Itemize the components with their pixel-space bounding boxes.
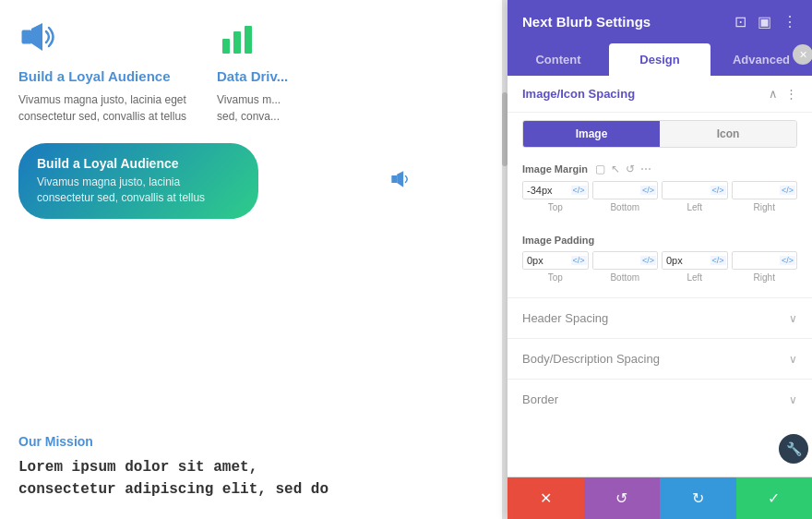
padding-top-group: </> Top (522, 251, 589, 283)
panel-footer: ✕ ↺ ↻ ✓ (508, 477, 812, 519)
collapse-icon[interactable]: ∧ (769, 87, 778, 101)
section-header-icons: ∧ ⋮ (769, 87, 797, 101)
header-spacing-chevron: ∨ (789, 312, 797, 325)
margin-reset-icon[interactable]: ↺ (626, 163, 635, 175)
svg-rect-1 (222, 39, 230, 54)
undo-button[interactable]: ↺ (584, 477, 661, 519)
padding-left-input-row: </> (662, 251, 728, 270)
margin-top-label: Top (548, 202, 563, 212)
margin-bottom-group: </> Bottom (592, 181, 659, 212)
margin-right-link[interactable]: </> (780, 186, 795, 195)
margin-right-input[interactable] (733, 182, 781, 199)
tab-design[interactable]: Design (609, 43, 710, 76)
padding-right-group: </> Right (732, 251, 798, 283)
image-icon-spacing-header: Image/Icon Spacing ∧ ⋮ (508, 76, 812, 113)
split-icon[interactable]: ▣ (758, 13, 771, 30)
tooltip-speaker-icon (389, 166, 415, 196)
margin-left-link[interactable]: </> (710, 186, 726, 195)
margin-bottom-label: Bottom (610, 202, 639, 212)
image-margin-inputs: </> Top </> Bottom </> Left (522, 181, 797, 212)
blurb-title-2: Data Driv... (217, 68, 397, 84)
panel-header: Next Blurb Settings ⊡ ▣ ⋮ (508, 0, 812, 43)
svg-rect-3 (245, 26, 252, 54)
svg-rect-0 (22, 30, 31, 43)
image-padding-label: Image Padding (522, 235, 797, 246)
blurb-tooltip: Build a Loyal Audience Vivamus magna jus… (18, 143, 397, 219)
padding-top-label: Top (548, 272, 563, 283)
blurb-cards-row: Build a Loyal Audience Vivamus magna jus… (18, 18, 397, 125)
blurb-text-1: Vivamus magna justo, lacinia eget consec… (18, 91, 198, 125)
settings-panel: Next Blurb Settings ⊡ ▣ ⋮ Content Design… (508, 0, 812, 519)
svg-rect-2 (233, 31, 241, 54)
blurb-card-1: Build a Loyal Audience Vivamus magna jus… (18, 18, 198, 125)
body-spacing-section[interactable]: Body/Description Spacing ∨ (508, 338, 812, 379)
redo-icon: ↻ (692, 489, 704, 507)
padding-left-input[interactable] (663, 252, 710, 269)
body-spacing-chevron: ∨ (789, 353, 797, 366)
border-title: Border (522, 392, 558, 406)
more-icon[interactable]: ⋮ (782, 13, 797, 30)
image-margin-label: Image Margin ▢ ↖ ↺ ⋯ (522, 163, 797, 175)
save-button[interactable]: ✓ (736, 477, 813, 519)
margin-more-icon[interactable]: ⋯ (640, 163, 651, 175)
image-margin-group: Image Margin ▢ ↖ ↺ ⋯ </> Top (508, 155, 812, 227)
margin-bottom-link[interactable]: </> (640, 186, 656, 195)
panel-body: Image/Icon Spacing ∧ ⋮ Image Icon Image … (508, 76, 812, 477)
padding-left-link[interactable]: </> (710, 256, 726, 265)
padding-bottom-input-row: </> (592, 251, 659, 270)
margin-box-icon[interactable]: ▢ (595, 163, 605, 175)
image-padding-inputs: </> Top </> Bottom </> Left (522, 251, 797, 283)
image-margin-label-text: Image Margin (522, 163, 588, 175)
image-icon-spacing-title: Image/Icon Spacing (522, 87, 635, 101)
expand-icon[interactable]: ⊡ (734, 13, 746, 30)
image-icon-subtabs: Image Icon (522, 120, 797, 148)
mission-title: Our Mission (18, 434, 328, 449)
margin-bottom-input-row: </> (592, 181, 659, 199)
header-spacing-section[interactable]: Header Spacing ∨ (508, 297, 812, 338)
tab-content[interactable]: Content (508, 43, 609, 76)
margin-top-input-row: </> (522, 181, 589, 199)
border-section[interactable]: Border ∨ (508, 379, 812, 419)
padding-top-link[interactable]: </> (571, 256, 587, 265)
padding-right-input-row: </> (732, 251, 798, 270)
section-more-icon[interactable]: ⋮ (785, 87, 797, 101)
blurb-icon-2 (217, 18, 397, 59)
margin-right-input-row: </> (732, 181, 798, 199)
margin-icon-row: ▢ ↖ ↺ ⋯ (595, 163, 651, 175)
padding-bottom-group: </> Bottom (592, 251, 659, 283)
image-padding-group: Image Padding </> Top </> Bottom (508, 227, 812, 297)
blurb-title-1: Build a Loyal Audience (18, 68, 198, 84)
padding-right-link[interactable]: </> (780, 256, 795, 265)
margin-left-input[interactable] (663, 182, 710, 199)
image-padding-label-text: Image Padding (522, 235, 594, 246)
close-button[interactable]: ✕ (793, 44, 812, 65)
margin-cursor-icon[interactable]: ↖ (611, 163, 620, 175)
padding-top-input[interactable] (523, 252, 571, 269)
redo-button[interactable]: ↻ (660, 477, 736, 519)
margin-bottom-input[interactable] (593, 182, 641, 199)
padding-bottom-link[interactable]: </> (640, 256, 656, 265)
padding-right-input[interactable] (733, 252, 781, 269)
padding-bottom-input[interactable] (593, 252, 641, 269)
save-icon: ✓ (768, 489, 780, 507)
margin-left-input-row: </> (662, 181, 728, 199)
border-chevron: ∨ (789, 393, 797, 406)
body-spacing-title: Body/Description Spacing (522, 352, 660, 366)
margin-top-group: </> Top (522, 181, 589, 212)
margin-left-label: Left (687, 202, 702, 212)
help-button[interactable]: 🔧 (779, 434, 808, 464)
padding-left-label: Left (687, 272, 702, 283)
subtab-image[interactable]: Image (523, 121, 660, 147)
tooltip-box: Build a Loyal Audience Vivamus magna jus… (18, 143, 258, 219)
padding-left-group: </> Left (662, 251, 728, 283)
panel-header-icons: ⊡ ▣ ⋮ (734, 13, 797, 30)
blurb-text-2: Vivamus m...sed, conva... (217, 91, 397, 125)
subtab-icon[interactable]: Icon (660, 121, 796, 147)
cancel-button[interactable]: ✕ (508, 477, 584, 519)
margin-top-link[interactable]: </> (571, 186, 587, 195)
padding-right-label: Right (754, 272, 775, 283)
page-content: Build a Loyal Audience Vivamus magna jus… (0, 0, 415, 519)
panel-tabs: Content Design Advanced (508, 43, 812, 76)
padding-bottom-label: Bottom (610, 272, 639, 283)
margin-top-input[interactable] (523, 182, 571, 199)
